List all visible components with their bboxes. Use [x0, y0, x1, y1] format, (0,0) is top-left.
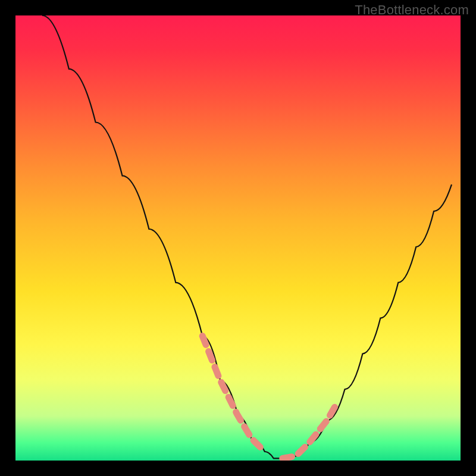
chart-frame: TheBottleneck.com: [0, 0, 476, 476]
bottleneck-curve-path: [42, 15, 452, 458]
bottleneck-curve-svg: [15, 15, 461, 461]
highlight-right: [283, 405, 336, 459]
highlight-left: [202, 336, 265, 452]
plot-area: [15, 15, 461, 461]
highlight-right-path: [283, 405, 336, 459]
highlight-left-path: [202, 336, 265, 452]
